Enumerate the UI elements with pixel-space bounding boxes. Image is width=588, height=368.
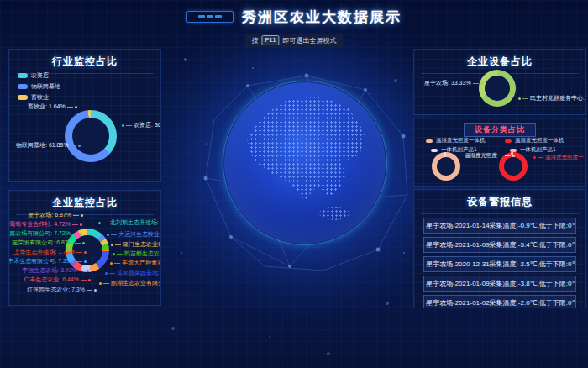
chart-label: 隆门生态农业科技有限公 xyxy=(111,241,161,248)
alarm-row: 星宇农场-2021-01-09采集温度:-3.8℃,低于下限:0℃ xyxy=(423,276,576,292)
chart-label: 红莲园生态农业: 7.3% xyxy=(27,287,97,293)
panel-device-classification: 设备分类占比 温湿度光照度一体机 一体机副产品1 温湿度光照度一体机 一体机副产… xyxy=(413,118,586,187)
chart-label: 鸭苗孵生态农场: 4.29% xyxy=(113,250,161,257)
chart-label: 国荣发有限公司: 6.87% xyxy=(12,239,85,246)
panel-enterprise-ratio: 企业监控占比 星宇农场: 6.87% 秀湖葡萄专业合作社: 4.72% 家庭农场… xyxy=(8,190,161,306)
f11-keycap: F11 xyxy=(261,35,279,45)
legend-swatch xyxy=(505,139,512,143)
alarm-row: 星宇农场-2021-01-14采集温度:-0.9℃,低于下限:0℃ xyxy=(423,218,576,234)
panel-equipment-ratio: 企业设备占比 星宇农场: 33.33% 民主村党群服务中心: xyxy=(413,49,586,115)
chart-label: 中禾生态有限公司: 7.29% xyxy=(8,258,87,265)
class-left-legend: 温湿度光照度一体机 一体机副产品1 xyxy=(426,137,486,154)
industry-legend: 农资店 物联网基地 畜牧业 xyxy=(18,71,60,102)
chart-label: 物联网基地: 61.85% xyxy=(16,142,81,149)
chart-label: 上华生态养殖场: 1.72% xyxy=(13,249,87,255)
globe-continent-dots xyxy=(233,91,377,235)
globe-islands-dots xyxy=(318,205,351,222)
chart-label: 温湿度光照度一 xyxy=(465,152,515,159)
chart-label: 仁丰生态农业: 6.44% xyxy=(24,276,91,283)
chart-label: 民主村党群服务中心: xyxy=(518,95,585,102)
alarm-row: 星宇农场-2021-01-02采集温度:-2.0℃,低于下限:0℃ xyxy=(423,295,576,308)
chart-label: 北刘鹅生态养殖场: 11.56% xyxy=(98,219,161,226)
chart-label: 李强生态农场: 3.43% xyxy=(22,267,89,274)
legend-swatch xyxy=(18,73,28,78)
class-left-donut-chart[interactable] xyxy=(432,152,460,181)
chart-label: 鹏湖生态农业有限公司: 6.87% xyxy=(99,280,161,287)
legend-item[interactable]: 畜牧业 xyxy=(18,93,60,102)
class-right-legend: 温湿度光照度一体机 一体机副产品1 xyxy=(505,137,564,154)
fullscreen-hint: 按 F11 即可退出全屏模式 xyxy=(244,34,343,47)
header: 秀洲区农业大数据展示 xyxy=(0,0,588,34)
page-title: 秀洲区农业大数据展示 xyxy=(242,8,402,27)
globe-sphere xyxy=(224,82,386,244)
chart-label: 温湿度光照度一 xyxy=(533,154,584,160)
legend-swatch xyxy=(510,149,517,152)
legend-swatch xyxy=(426,139,433,143)
panel-alarm-info: 设备警报信息 星宇农场-2021-01-14采集温度:-0.9℃,低于下限:0℃… xyxy=(413,189,586,308)
legend-item[interactable]: 温湿度光照度一体机 xyxy=(505,137,564,145)
panel-class-title: 设备分类占比 xyxy=(464,123,536,137)
chart-label: 畜牧业: 1.64% xyxy=(28,103,77,110)
legend-item[interactable]: 农资店 xyxy=(18,71,60,80)
legend-item[interactable]: 温湿度光照度一体机 xyxy=(426,137,486,145)
panel-industry-title: 行业监控占比 xyxy=(16,50,154,74)
chart-label: 大运河生态牧业有限责任公 xyxy=(107,231,161,238)
chart-label: 农资店: 36.51% xyxy=(122,122,161,129)
chart-label: 星宇农场: 6.87% xyxy=(28,212,83,218)
alarm-row: 星宇农场-2021-01-09采集温度:-5.4℃,低于下限:0℃ xyxy=(423,237,576,253)
industry-donut-chart[interactable] xyxy=(65,110,117,162)
chart-label: 丰源大产种禽养殖场: 1. xyxy=(110,260,161,266)
legend-item[interactable]: 物联网基地 xyxy=(18,82,60,91)
panel-alarms-title: 设备警报信息 xyxy=(421,190,579,214)
equipment-donut-chart[interactable] xyxy=(479,70,516,107)
legend-swatch xyxy=(18,84,28,89)
chart-label: 秀湖葡萄专业合作社: 4.72% xyxy=(8,221,82,228)
chart-label: 家庭农场有限公司: 7.72% xyxy=(8,230,82,237)
globe-visualization xyxy=(197,69,416,281)
legend-swatch xyxy=(18,95,28,100)
chart-label: 星宇农场: 33.33% xyxy=(424,80,483,87)
chart-label: 瓜果蔬菜园基地: 15.02% xyxy=(105,270,161,276)
brand-logo xyxy=(186,11,234,23)
hint-suffix: 即可退出全屏模式 xyxy=(283,36,337,45)
hint-prefix: 按 xyxy=(251,36,258,45)
panel-industry-ratio: 行业监控占比 农资店 物联网基地 畜牧业 畜牧业: 1.64% 农资店: 36.… xyxy=(8,49,161,182)
alarm-row: 星宇农场-2020-12-31采集温度:-2.5℃,低于下限:0℃ xyxy=(423,256,576,272)
legend-swatch xyxy=(431,149,438,152)
